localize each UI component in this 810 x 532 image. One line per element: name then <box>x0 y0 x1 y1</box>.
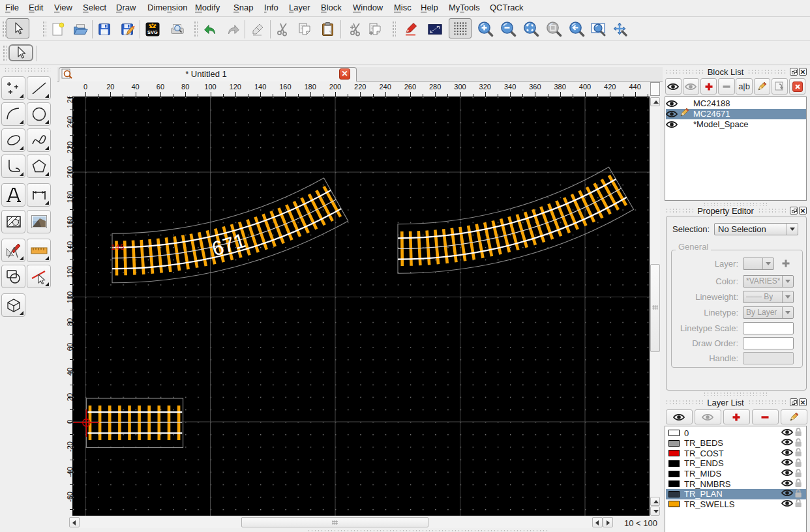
svg-text:SVG: SVG <box>147 29 158 35</box>
svg-text:145: 145 <box>111 243 125 251</box>
